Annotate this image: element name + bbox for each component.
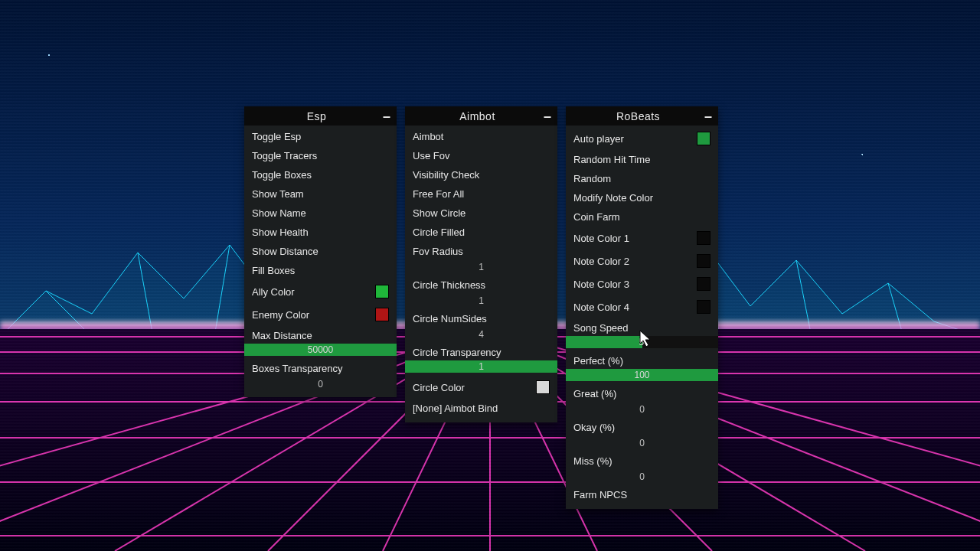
value-display[interactable]: 0 bbox=[566, 403, 718, 418]
slider-value: 50000 bbox=[308, 345, 333, 354]
panel-title: Aimbot bbox=[411, 111, 544, 122]
toggle-indicator[interactable] bbox=[697, 132, 710, 145]
toggle-row[interactable]: Visibility Check bbox=[405, 165, 557, 184]
row-label: Free For All bbox=[413, 189, 550, 199]
panel-title: Esp bbox=[250, 111, 383, 122]
minimize-button[interactable]: – bbox=[544, 112, 551, 120]
label-row: Fov Radius bbox=[405, 242, 557, 261]
slider-value: 100 bbox=[634, 370, 649, 380]
color-row[interactable]: Circle Color bbox=[405, 376, 557, 399]
minimize-button[interactable]: – bbox=[704, 112, 712, 120]
row-label: Toggle Boxes bbox=[252, 170, 389, 180]
robeats-panel[interactable]: RoBeats–Auto playerRandom Hit TimeRandom… bbox=[566, 106, 718, 509]
toggle-row[interactable]: Show Team bbox=[244, 184, 397, 204]
toggle-row[interactable]: Random bbox=[566, 169, 718, 188]
row-label: Circle Color bbox=[413, 383, 536, 393]
label-row: Great (%) bbox=[566, 384, 718, 403]
row-label: Note Color 1 bbox=[573, 233, 697, 243]
toggle-row[interactable]: Modify Note Color bbox=[566, 188, 718, 207]
row-label: Song Speed bbox=[573, 323, 710, 333]
row-label: Show Distance bbox=[252, 246, 389, 256]
color-row[interactable]: Note Color 1 bbox=[566, 227, 718, 249]
toggle-row[interactable]: Toggle Boxes bbox=[244, 165, 397, 184]
aimbot-panel[interactable]: Aimbot–AimbotUse FovVisibility CheckFree… bbox=[405, 106, 557, 422]
row-label: Random Hit Time bbox=[573, 155, 710, 165]
cheat-panels-container: Esp–Toggle EspToggle TracersToggle Boxes… bbox=[0, 0, 980, 551]
value-display[interactable]: 1 bbox=[405, 261, 557, 276]
esp-panel[interactable]: Esp–Toggle EspToggle TracersToggle Boxes… bbox=[244, 106, 397, 397]
color-swatch[interactable] bbox=[697, 231, 710, 245]
toggle-row[interactable]: Farm NPCS bbox=[566, 485, 718, 504]
esp-panel-header[interactable]: Esp– bbox=[244, 106, 397, 126]
color-swatch[interactable] bbox=[375, 308, 389, 321]
row-label: Toggle Esp bbox=[252, 132, 389, 142]
label-row: Boxes Transparency bbox=[244, 359, 397, 378]
row-label: Note Color 2 bbox=[573, 256, 697, 266]
toggle-row[interactable]: Circle Filled bbox=[405, 223, 557, 242]
toggle-row[interactable]: Fill Boxes bbox=[244, 261, 397, 280]
toggle-row[interactable]: Toggle Tracers bbox=[244, 146, 397, 165]
robeats-panel-header[interactable]: RoBeats– bbox=[566, 106, 718, 126]
value-display[interactable]: 0 bbox=[244, 378, 397, 393]
slider[interactable]: 5 bbox=[566, 336, 718, 348]
label-row: Perfect (%) bbox=[566, 351, 718, 370]
panel-body: Toggle EspToggle TracersToggle BoxesShow… bbox=[244, 126, 397, 397]
row-label: Circle Filled bbox=[413, 227, 550, 237]
color-row[interactable]: Note Color 4 bbox=[566, 295, 718, 318]
slider[interactable]: 100 bbox=[566, 369, 718, 381]
color-swatch[interactable] bbox=[697, 254, 710, 268]
slider[interactable]: 1 bbox=[405, 360, 557, 373]
row-label: Aimbot bbox=[413, 132, 550, 142]
minimize-button[interactable]: – bbox=[383, 112, 390, 120]
color-row[interactable]: Enemy Color bbox=[244, 303, 397, 326]
row-label: Okay (%) bbox=[573, 422, 710, 432]
slider-value: 1 bbox=[479, 362, 484, 371]
row-label: Show Name bbox=[252, 208, 389, 218]
toggle-row[interactable]: Show Distance bbox=[244, 242, 397, 261]
toggle-row[interactable]: Random Hit Time bbox=[566, 150, 718, 169]
value-display[interactable]: 0 bbox=[566, 437, 718, 452]
row-label: [None] Aimbot Bind bbox=[413, 403, 550, 413]
panel-body: AimbotUse FovVisibility CheckFree For Al… bbox=[405, 126, 557, 422]
toggle-row[interactable]: Free For All bbox=[405, 184, 557, 204]
row-label: Show Team bbox=[252, 189, 389, 199]
bind-row[interactable]: [None] Aimbot Bind bbox=[405, 399, 557, 418]
row-label: Circle NumSides bbox=[413, 314, 550, 324]
toggle-row[interactable]: Aimbot bbox=[405, 127, 557, 146]
label-row: Circle Thickness bbox=[405, 276, 557, 295]
color-row[interactable]: Ally Color bbox=[244, 280, 397, 303]
color-row[interactable]: Note Color 3 bbox=[566, 272, 718, 295]
color-swatch[interactable] bbox=[697, 300, 710, 314]
toggle-row[interactable]: Toggle Esp bbox=[244, 127, 397, 146]
aimbot-panel-header[interactable]: Aimbot– bbox=[405, 106, 557, 126]
row-label: Visibility Check bbox=[413, 170, 550, 180]
panel-title: RoBeats bbox=[572, 111, 704, 122]
row-label: Coin Farm bbox=[573, 212, 710, 222]
row-label: Farm NPCS bbox=[573, 490, 710, 500]
row-label: Circle Thickness bbox=[413, 280, 550, 290]
value-display[interactable]: 1 bbox=[405, 295, 557, 309]
row-label: Toggle Tracers bbox=[252, 151, 389, 161]
color-swatch[interactable] bbox=[536, 380, 550, 394]
row-label: Circle Transparency bbox=[413, 347, 550, 357]
row-label: Ally Color bbox=[252, 287, 375, 297]
row-label: Enemy Color bbox=[252, 310, 375, 320]
color-row[interactable]: Note Color 2 bbox=[566, 249, 718, 272]
toggle-row[interactable]: Use Fov bbox=[405, 146, 557, 165]
value-display[interactable]: 0 bbox=[566, 471, 718, 485]
slider-fill bbox=[566, 336, 642, 348]
row-label: Note Color 3 bbox=[573, 279, 697, 289]
label-row: Okay (%) bbox=[566, 418, 718, 437]
color-swatch[interactable] bbox=[697, 277, 710, 291]
toggle-row[interactable]: Show Circle bbox=[405, 204, 557, 223]
panel-body: Auto playerRandom Hit TimeRandomModify N… bbox=[566, 126, 718, 509]
row-label: Auto player bbox=[573, 134, 697, 144]
toggle-row[interactable]: Auto player bbox=[566, 127, 718, 150]
color-swatch[interactable] bbox=[375, 285, 389, 298]
slider[interactable]: 50000 bbox=[244, 344, 397, 356]
toggle-row[interactable]: Show Name bbox=[244, 204, 397, 223]
toggle-row[interactable]: Show Health bbox=[244, 223, 397, 242]
label-row: Miss (%) bbox=[566, 452, 718, 471]
toggle-row[interactable]: Coin Farm bbox=[566, 207, 718, 227]
value-display[interactable]: 4 bbox=[405, 328, 557, 343]
